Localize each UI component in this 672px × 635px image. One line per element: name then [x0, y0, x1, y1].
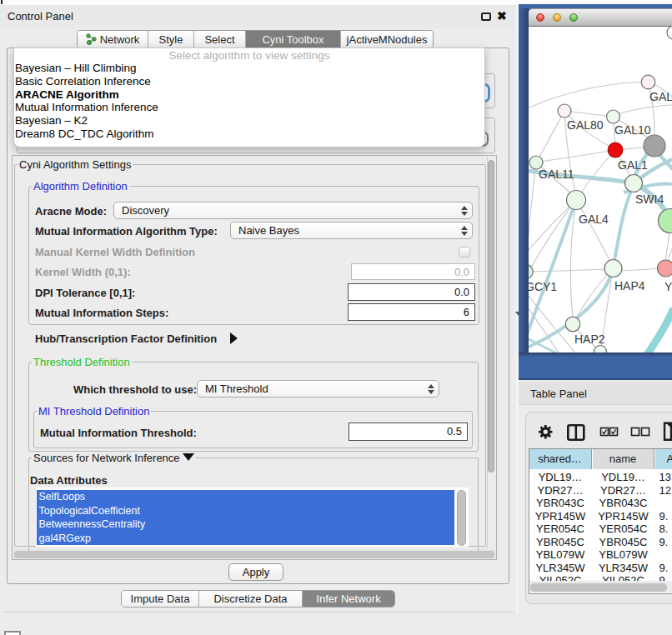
svg-text:GAL1: GAL1: [618, 158, 648, 172]
svg-text:HAP2: HAP2: [574, 332, 605, 346]
svg-text:SWI4: SWI4: [635, 192, 664, 206]
svg-text:GAL4: GAL4: [579, 212, 609, 226]
svg-text:GCY1: GCY1: [529, 280, 557, 293]
svg-text:HAP4: HAP4: [614, 279, 645, 292]
svg-text:GAL80: GAL80: [567, 118, 604, 132]
svg-text:GAL10: GAL10: [614, 123, 651, 137]
svg-text:Y: Y: [664, 280, 672, 293]
svg-text:GAL: GAL: [649, 90, 672, 103]
svg-text:GAL11: GAL11: [539, 168, 574, 181]
